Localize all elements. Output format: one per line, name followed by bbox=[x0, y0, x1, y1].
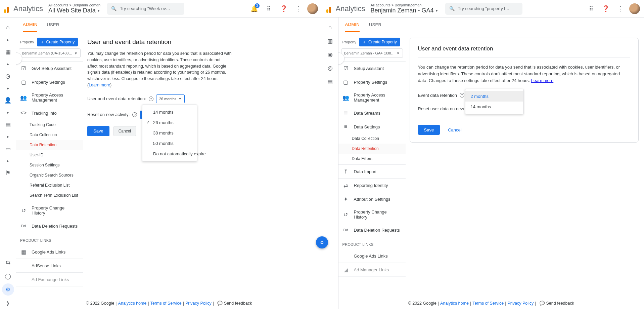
dd-opt-noexpire[interactable]: Do not automatically expire bbox=[142, 149, 197, 159]
people-icon: 👥 bbox=[342, 94, 349, 101]
nav-tracking-code[interactable]: Tracking Code bbox=[16, 120, 83, 130]
attribution-icon[interactable]: ⇆ bbox=[2, 257, 14, 269]
avatar[interactable] bbox=[307, 3, 318, 14]
behavior-icon[interactable]: ▭ bbox=[2, 143, 14, 155]
nav-data-import[interactable]: ⤒Data Import bbox=[338, 165, 406, 179]
nav-google-ads[interactable]: ▦Google Ads Links bbox=[16, 245, 83, 259]
dd-opt-14m[interactable]: 14 months bbox=[465, 102, 523, 112]
help-icon[interactable]: ? bbox=[132, 112, 137, 117]
nav-adsense[interactable]: AdSense Links bbox=[16, 259, 83, 273]
footer-tos-link[interactable]: Terms of Service bbox=[472, 301, 504, 306]
apps-icon[interactable]: ⠿ bbox=[585, 3, 597, 15]
help-icon[interactable]: ? bbox=[460, 93, 464, 98]
save-button[interactable]: Save bbox=[418, 125, 440, 135]
search-input[interactable]: 🔍 Try searching "Week ov… bbox=[107, 3, 184, 15]
more-icon[interactable]: ⋮ bbox=[292, 3, 305, 15]
nav-user-id[interactable]: User-ID bbox=[16, 150, 83, 160]
nav-reporting-identity[interactable]: ⇄Reporting Identity bbox=[338, 179, 406, 192]
help-icon[interactable]: ❓ bbox=[278, 3, 290, 15]
nav-data-streams[interactable]: ≣Data Streams bbox=[338, 106, 406, 120]
home-icon[interactable]: ⌂ bbox=[324, 22, 336, 34]
acquisition-icon[interactable]: ▤ bbox=[2, 118, 14, 130]
nav-data-deletion[interactable]: DdData Deletion Requests bbox=[16, 219, 83, 233]
account-selector[interactable]: All accounts > Benjamin Zeman All Web Si… bbox=[48, 3, 100, 14]
settings-pane: User and event data retention You may ch… bbox=[83, 32, 322, 297]
search-input[interactable]: 🔍 Try searching "property l… bbox=[445, 3, 522, 15]
expand-icon[interactable]: ❯ bbox=[2, 297, 14, 309]
dd-opt-50m[interactable]: 50 months bbox=[142, 138, 197, 149]
nav-property-settings[interactable]: ▢Property Settings bbox=[338, 75, 406, 89]
avatar[interactable] bbox=[629, 3, 640, 14]
apps-icon[interactable]: ⠿ bbox=[263, 3, 275, 15]
footer-analytics-link[interactable]: Analytics home bbox=[440, 301, 469, 306]
nav-session-settings[interactable]: Session Settings bbox=[16, 160, 83, 170]
nav-ad-manager[interactable]: ◢Ad Manager Links bbox=[338, 263, 406, 277]
tab-user[interactable]: USER bbox=[47, 17, 59, 32]
nav-search-term-exclusion[interactable]: Search Term Exclusion List bbox=[16, 190, 83, 202]
nav-adexchange[interactable]: Ad Exchange Links bbox=[16, 273, 83, 286]
tab-admin[interactable]: ADMIN bbox=[23, 17, 37, 32]
tab-admin[interactable]: ADMIN bbox=[345, 17, 360, 32]
nav-data-retention[interactable]: Data Retention bbox=[16, 140, 83, 150]
footer-tos-link[interactable]: Terms of Service bbox=[150, 301, 182, 306]
dd-opt-2m[interactable]: 2 months bbox=[465, 91, 523, 102]
nav-setup-assistant[interactable]: ☑Setup Assistant bbox=[338, 62, 406, 75]
flag-icon[interactable]: ⚑ bbox=[2, 167, 14, 179]
nav-data-settings[interactable]: ≡Data Settings bbox=[338, 120, 406, 133]
reports-icon[interactable]: ▥ bbox=[324, 35, 336, 47]
nav-change-history[interactable]: ↺Property Change History bbox=[338, 206, 406, 223]
floating-gear-icon[interactable]: ⚙ bbox=[316, 236, 328, 248]
ads-icon: ▦ bbox=[20, 248, 27, 255]
nav-data-collection[interactable]: Data Collection bbox=[16, 130, 83, 140]
advertising-icon[interactable]: ◎ bbox=[324, 62, 336, 74]
nav-ga4-setup[interactable]: ☑GA4 Setup Assistant bbox=[16, 62, 83, 75]
cancel-button[interactable]: Cancel bbox=[113, 126, 136, 136]
more-icon[interactable]: ⋮ bbox=[614, 3, 627, 15]
configure-icon[interactable]: ▤ bbox=[324, 75, 336, 87]
nav-property-access[interactable]: 👥Property Access Management bbox=[338, 89, 406, 106]
footer-privacy-link[interactable]: Privacy Policy bbox=[507, 301, 534, 306]
dashboard-icon[interactable]: ▦ bbox=[2, 46, 14, 58]
create-property-button[interactable]: ＋Create Property bbox=[37, 38, 78, 46]
explore-icon[interactable]: ◉ bbox=[324, 48, 336, 61]
dd-opt-26m[interactable]: 26 months bbox=[142, 117, 197, 128]
clock-icon[interactable]: ◷ bbox=[2, 70, 14, 82]
learn-more-link[interactable]: Learn more bbox=[531, 78, 553, 83]
tab-user[interactable]: USER bbox=[369, 17, 381, 32]
nav-referral-exclusion[interactable]: Referral Exclusion List bbox=[16, 180, 83, 190]
analytics-logo[interactable]: Analytics bbox=[4, 4, 43, 13]
dd-opt-14m[interactable]: 14 months bbox=[142, 107, 197, 117]
nav-change-history[interactable]: ↺Property Change History bbox=[16, 202, 83, 219]
retention-dropdown[interactable]: 26 months▼ bbox=[156, 94, 185, 103]
learn-more-link[interactable]: Learn more bbox=[89, 83, 110, 87]
nav-data-collection[interactable]: Data Collection bbox=[338, 133, 406, 144]
property-select[interactable]: Benjamin Zeman (UA-154887679-1)▼ bbox=[19, 48, 81, 58]
nav-property-access[interactable]: 👥Property Access Management bbox=[16, 89, 83, 106]
nav-google-ads[interactable]: Google Ads Links bbox=[338, 249, 406, 263]
dd-opt-38m[interactable]: 38 months bbox=[142, 128, 197, 138]
send-feedback-button[interactable]: 💬 Send feedback bbox=[540, 301, 574, 306]
nav-organic-search[interactable]: Organic Search Sources bbox=[16, 170, 83, 180]
discover-icon[interactable]: ◯ bbox=[2, 270, 14, 282]
nav-data-filters[interactable]: Data Filters bbox=[338, 154, 406, 165]
cancel-button[interactable]: Cancel bbox=[444, 125, 465, 135]
nav-data-retention[interactable]: Data Retention bbox=[338, 144, 406, 154]
property-select[interactable]: Benjamin Zeman - GA4 (338954455)▼ bbox=[341, 48, 403, 58]
account-selector[interactable]: All accounts > BenjaminZeman Benjamin Ze… bbox=[371, 3, 439, 14]
nav-property-settings[interactable]: ▢Property Settings bbox=[16, 75, 83, 89]
nav-data-deletion[interactable]: DdData Deletion Requests bbox=[338, 223, 406, 237]
help-icon[interactable]: ? bbox=[149, 96, 153, 101]
nav-tracking-info[interactable]: <>Tracking Info bbox=[16, 106, 83, 120]
user-icon[interactable]: 👤 bbox=[2, 94, 14, 106]
create-property-button[interactable]: ＋Create Property bbox=[359, 38, 400, 46]
admin-gear-icon[interactable]: ⚙ bbox=[2, 283, 14, 296]
footer-analytics-link[interactable]: Analytics home bbox=[118, 301, 147, 306]
analytics-logo[interactable]: Analytics bbox=[326, 4, 365, 13]
footer-privacy-link[interactable]: Privacy Policy bbox=[185, 301, 212, 306]
notifications-icon[interactable]: 🔔3 bbox=[248, 3, 260, 15]
send-feedback-button[interactable]: 💬 Send feedback bbox=[217, 301, 252, 306]
help-icon[interactable]: ❓ bbox=[600, 3, 612, 15]
home-icon[interactable]: ⌂ bbox=[2, 22, 14, 34]
save-button[interactable]: Save bbox=[87, 126, 109, 136]
nav-attribution[interactable]: ✦Attribution Settings bbox=[338, 192, 406, 206]
